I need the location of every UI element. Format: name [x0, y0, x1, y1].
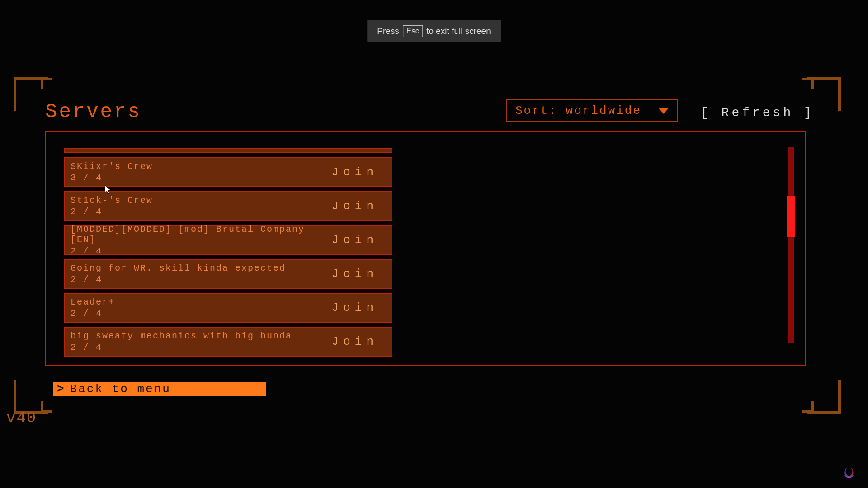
frame-corner: [41, 78, 52, 89]
server-row-partial[interactable]: [64, 148, 392, 153]
chevron-down-icon: [658, 108, 669, 114]
join-button[interactable]: Join: [332, 335, 378, 348]
hint-pre: Press: [377, 26, 399, 36]
server-row[interactable]: Leader+ 2 / 4 Join: [64, 293, 392, 323]
server-row[interactable]: St1ck-'s Crew 2 / 4 Join: [64, 191, 392, 221]
hint-post: to exit full screen: [426, 26, 491, 36]
esc-key: Esc: [403, 25, 423, 37]
join-button[interactable]: Join: [332, 199, 378, 213]
server-name: Leader+: [71, 297, 115, 307]
join-button[interactable]: Join: [332, 165, 378, 179]
caret-right-icon: >: [57, 382, 66, 396]
server-count: 2 / 4: [71, 274, 286, 285]
server-name: SKiixr's Crew: [71, 161, 153, 172]
join-button[interactable]: Join: [332, 301, 378, 314]
server-info: St1ck-'s Crew 2 / 4: [71, 195, 153, 217]
server-info: SKiixr's Crew 3 / 4: [71, 161, 153, 183]
watermark-icon: [841, 465, 857, 481]
fullscreen-hint: Press Esc to exit full screen: [367, 20, 501, 42]
server-name: St1ck-'s Crew: [71, 195, 153, 206]
sort-label: Sort: worldwide: [515, 104, 642, 117]
server-count: 3 / 4: [71, 173, 153, 183]
back-to-menu-button[interactable]: > Back to menu: [53, 382, 266, 396]
back-label: Back to menu: [70, 382, 171, 396]
server-info: Leader+ 2 / 4: [71, 297, 115, 319]
page-title: Servers: [45, 100, 142, 123]
server-count: 2 / 4: [71, 308, 115, 319]
frame-corner: [802, 401, 814, 413]
frame-corner: [802, 78, 814, 89]
server-row[interactable]: SKiixr's Crew 3 / 4 Join: [64, 157, 392, 187]
server-row[interactable]: big sweaty mechanics with big bunda 2 / …: [64, 327, 392, 357]
server-name: big sweaty mechanics with big bunda: [71, 331, 292, 341]
server-list-frame: SKiixr's Crew 3 / 4 Join St1ck-'s Crew 2…: [45, 131, 806, 366]
join-button[interactable]: Join: [332, 233, 378, 247]
join-button[interactable]: Join: [332, 267, 378, 281]
scrollbar-track[interactable]: [788, 147, 794, 343]
server-name: [MODDED][MODDED] [mod] Brutal Company [E…: [71, 224, 332, 245]
version-label: v40: [6, 409, 37, 427]
server-row[interactable]: [MODDED][MODDED] [mod] Brutal Company [E…: [64, 225, 392, 255]
server-count: 2 / 4: [71, 342, 292, 352]
sort-dropdown[interactable]: Sort: worldwide: [506, 99, 678, 122]
server-info: Going for WR. skill kinda expected 2 / 4: [71, 263, 286, 285]
server-count: 2 / 4: [71, 206, 153, 217]
scrollbar-thumb[interactable]: [787, 196, 795, 237]
frame-corner: [41, 401, 52, 413]
refresh-button[interactable]: [ Refresh ]: [701, 106, 814, 120]
server-info: [MODDED][MODDED] [mod] Brutal Company [E…: [71, 224, 332, 256]
server-name: Going for WR. skill kinda expected: [71, 263, 286, 273]
server-count: 2 / 4: [71, 246, 332, 256]
server-row[interactable]: Going for WR. skill kinda expected 2 / 4…: [64, 259, 392, 289]
server-info: big sweaty mechanics with big bunda 2 / …: [71, 331, 292, 352]
